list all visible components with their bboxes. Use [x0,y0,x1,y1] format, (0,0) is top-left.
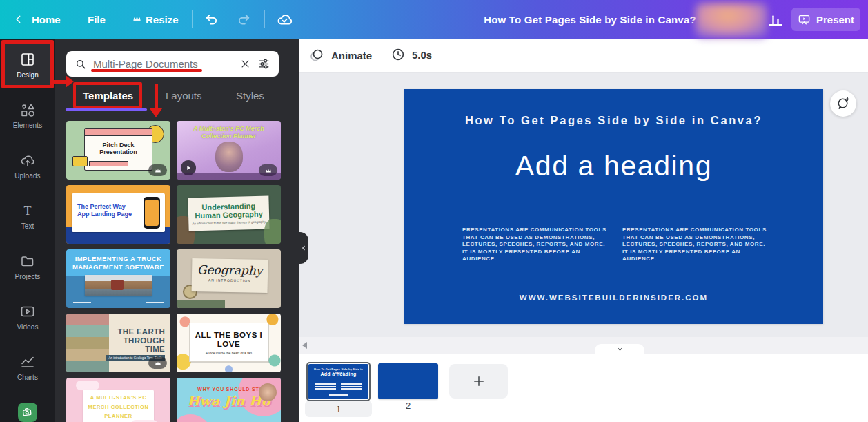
add-page-button[interactable] [449,364,508,399]
redo-icon[interactable] [236,12,252,27]
sidebar-item-label: Text [21,222,34,230]
template-pitch-deck[interactable]: Pitch Deck Presentation [66,121,170,180]
plus-icon [472,374,486,388]
chevron-left-icon [301,244,306,251]
template-title: IMPLEMENTING A TRUCK MANAGEMENT SOFTWARE [72,255,165,271]
present-icon [798,13,811,26]
slide-body-right[interactable]: PRESENTATIONS ARE COMMUNICATION TOOLS TH… [622,227,769,263]
text-icon: T [19,202,36,219]
photo-decoration [259,383,277,401]
home-button[interactable]: Home [32,14,61,26]
design-icon [19,51,36,68]
divider [192,10,193,28]
page-1-number[interactable]: 1 [305,401,372,417]
phone-decoration [144,197,160,229]
pages-bar: How To Get Pages Side by Side in Canva? … [299,354,868,422]
divider [382,48,382,64]
pro-crown-badge [259,164,277,176]
horizontal-scroll-strip [299,337,868,354]
sidebar-item-label: Charts [17,374,38,381]
sidebar-item-uploads[interactable]: Uploads [0,140,55,191]
template-subtitle: AN INTRODUCTION [192,278,268,283]
template-title: ALL THE BOYS I LOVE [190,331,268,348]
template-subtitle: An introduction to the five major themes… [188,220,269,226]
cloud-saved-icon [275,11,294,28]
sidebar-item-videos[interactable]: Videos [0,291,55,342]
slide-footer-text[interactable]: WWW.WEBSITEBUILDERINSIDER.COM [404,294,823,302]
duration-button[interactable]: 5.0s [391,47,432,62]
page-thumbnail-2[interactable] [378,363,438,399]
sidebar-item-pixabay[interactable]: Pixabay [0,392,55,422]
template-subtitle: A look inside the heart of a fan [190,351,268,355]
template-title: Geography [192,262,268,278]
pixabay-icon [18,403,37,422]
template-multistan-planner-pink[interactable]: A MULTI-STAN'S PC MERCH COLLECTION PLANN… [66,378,170,422]
sidebar-item-design[interactable]: Design [0,39,55,90]
page-thumbnail-1[interactable]: How To Get Pages Side by Side in Canva? … [306,362,371,401]
add-comment-button[interactable] [830,90,856,117]
comment-plus-icon [836,96,851,111]
animate-label: Animate [331,50,372,61]
slide-body-left[interactable]: PRESENTATIONS ARE COMMUNICATION TOOLS TH… [462,227,609,263]
fossil-strips-decoration [66,314,109,372]
animate-button[interactable]: Animate [308,47,372,64]
clear-search-icon[interactable] [240,59,250,69]
panel-collapse-handle[interactable] [299,232,308,264]
photo-decoration [215,142,243,172]
template-geography-intro[interactable]: Geography AN INTRODUCTION [177,249,281,308]
mini-text-lines [341,383,362,391]
template-truck-management[interactable]: IMPLEMENTING A TRUCK MANAGEMENT SOFTWARE [66,249,170,308]
scroll-left-arrow-icon[interactable] [302,342,307,349]
sidebar-item-label: Uploads [14,172,40,180]
slide-page-1[interactable]: How To Get Pages Side by Side in Canva? … [404,89,823,324]
canvas-area: How To Get Pages Side by Side in Canva? … [299,73,868,337]
file-button[interactable]: File [88,14,106,26]
design-panel: Templates Layouts Styles Pitch Deck Pres… [55,39,299,422]
sidebar-item-projects[interactable]: Projects [0,241,55,291]
tab-styles[interactable]: Styles [236,90,264,102]
sidebar-item-elements[interactable]: Elements [0,90,55,140]
present-button[interactable]: Present [791,8,860,31]
template-title: A Multi-stan's PC Merch Collection Plann… [181,125,277,140]
pro-crown-badge [148,357,167,369]
avatar[interactable] [696,3,767,37]
pages-panel-collapse-tab[interactable] [595,344,644,354]
tab-templates[interactable]: Templates [83,90,133,102]
sidebar-item-label: Elements [13,122,43,129]
video-play-badge [181,160,196,175]
tab-layouts[interactable]: Layouts [166,90,202,102]
template-multistan-planner-video[interactable]: A Multi-stan's PC Merch Collection Plann… [177,121,281,180]
template-title: Understanding Human Geography [188,201,270,220]
search-bar [66,51,279,77]
charts-icon [19,354,36,370]
template-earth-through-time[interactable]: THE EARTH THROUGH TIME An introduction t… [66,314,170,372]
page-2-number: 2 [378,401,438,411]
canva-editor: Home File Resize How To Get Pages Side b… [0,0,868,422]
duration-label: 5.0s [412,49,432,61]
page-1-preview: How To Get Pages Side by Side in Canva? … [308,364,368,399]
template-human-geography[interactable]: Understanding Human Geography An introdu… [177,185,281,244]
search-input[interactable] [93,58,233,70]
template-title: The Perfect Way App Landing Page [77,203,134,218]
top-bar: Home File Resize How To Get Pages Side b… [0,0,868,39]
sidebar-item-charts[interactable]: Charts [0,342,55,392]
sidebar-item-label: Design [17,71,39,79]
svg-text:T: T [24,204,32,218]
template-title: Pitch Deck Presentation [88,142,149,156]
back-chevron-icon[interactable] [14,15,23,24]
template-title: THE EARTH THROUGH TIME [108,327,165,354]
slide-heading-text[interactable]: Add a heading [404,150,823,182]
canvas-toolbar: Animate 5.0s [299,39,868,73]
resize-button[interactable]: Resize [146,14,179,26]
slide-title-text[interactable]: How To Get Pages Side by Side in Canva? [404,114,823,127]
document-title[interactable]: How To Get Pages Side by Side in Canva? [455,14,724,26]
undo-icon[interactable] [204,12,219,27]
pro-crown-badge [148,164,167,176]
filter-icon[interactable] [257,57,270,70]
template-all-the-boys[interactable]: ALL THE BOYS I LOVE A look inside the he… [177,314,281,372]
sidebar-item-text[interactable]: T Text [0,191,55,241]
mini-text-lines [315,383,336,391]
template-hwa-jin-ho[interactable]: WHY YOU SHOULD STAN Hwa Jin Ho [177,378,281,422]
stats-icon[interactable] [766,10,785,29]
template-app-landing-page[interactable]: The Perfect Way App Landing Page [66,185,170,244]
